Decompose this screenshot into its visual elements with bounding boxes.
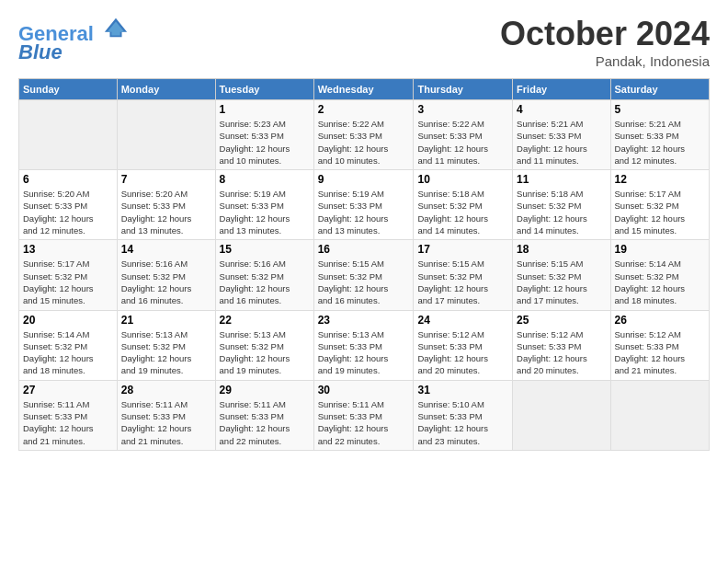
day-number: 13 — [23, 243, 113, 256]
calendar-cell — [117, 100, 215, 170]
day-info: Sunrise: 5:11 AM Sunset: 5:33 PM Dayligh… — [318, 398, 410, 447]
day-info: Sunrise: 5:16 AM Sunset: 5:32 PM Dayligh… — [121, 258, 211, 306]
day-number: 9 — [318, 173, 410, 186]
day-number: 31 — [417, 384, 508, 396]
calendar-cell: 7Sunrise: 5:20 AM Sunset: 5:33 PM Daylig… — [117, 170, 215, 240]
day-info: Sunrise: 5:21 AM Sunset: 5:33 PM Dayligh… — [615, 118, 705, 167]
calendar-cell: 25Sunrise: 5:12 AM Sunset: 5:33 PM Dayli… — [513, 310, 610, 380]
calendar-cell: 29Sunrise: 5:11 AM Sunset: 5:33 PM Dayli… — [215, 380, 313, 450]
day-info: Sunrise: 5:20 AM Sunset: 5:33 PM Dayligh… — [121, 188, 211, 236]
calendar-week-row: 6Sunrise: 5:20 AM Sunset: 5:33 PM Daylig… — [19, 170, 710, 240]
day-number: 7 — [121, 173, 211, 186]
calendar-cell: 21Sunrise: 5:13 AM Sunset: 5:32 PM Dayli… — [117, 310, 215, 380]
day-number: 28 — [121, 384, 211, 396]
calendar-cell: 13Sunrise: 5:17 AM Sunset: 5:32 PM Dayli… — [19, 240, 118, 310]
day-info: Sunrise: 5:21 AM Sunset: 5:33 PM Dayligh… — [517, 118, 606, 167]
day-number: 6 — [23, 173, 113, 186]
day-number: 14 — [121, 243, 211, 256]
day-number: 4 — [517, 103, 606, 116]
day-number: 23 — [318, 314, 410, 327]
calendar-cell: 1Sunrise: 5:23 AM Sunset: 5:33 PM Daylig… — [215, 100, 313, 170]
day-number: 3 — [417, 103, 508, 116]
day-info: Sunrise: 5:11 AM Sunset: 5:33 PM Dayligh… — [23, 398, 113, 447]
calendar-week-row: 1Sunrise: 5:23 AM Sunset: 5:33 PM Daylig… — [19, 100, 710, 170]
logo-icon — [103, 15, 129, 40]
calendar-cell — [610, 380, 709, 450]
day-info: Sunrise: 5:13 AM Sunset: 5:33 PM Dayligh… — [318, 328, 410, 377]
calendar-cell: 10Sunrise: 5:18 AM Sunset: 5:32 PM Dayli… — [414, 170, 513, 240]
weekday-header-row: SundayMondayTuesdayWednesdayThursdayFrid… — [19, 79, 710, 100]
calendar-cell: 26Sunrise: 5:12 AM Sunset: 5:33 PM Dayli… — [610, 310, 709, 380]
day-info: Sunrise: 5:12 AM Sunset: 5:33 PM Dayligh… — [615, 328, 705, 377]
day-info: Sunrise: 5:23 AM Sunset: 5:33 PM Dayligh… — [220, 118, 310, 167]
day-info: Sunrise: 5:22 AM Sunset: 5:33 PM Dayligh… — [318, 118, 410, 167]
day-number: 12 — [615, 173, 705, 186]
weekday-header-cell: Tuesday — [215, 79, 313, 100]
title-block: October 2024 Pandak, Indonesia — [500, 15, 710, 69]
location: Pandak, Indonesia — [500, 53, 710, 69]
calendar-cell: 24Sunrise: 5:12 AM Sunset: 5:33 PM Dayli… — [414, 310, 513, 380]
calendar-week-row: 13Sunrise: 5:17 AM Sunset: 5:32 PM Dayli… — [19, 240, 710, 310]
day-info: Sunrise: 5:19 AM Sunset: 5:33 PM Dayligh… — [220, 188, 310, 236]
day-number: 1 — [220, 103, 310, 116]
calendar-cell: 2Sunrise: 5:22 AM Sunset: 5:33 PM Daylig… — [313, 100, 414, 170]
weekday-header-cell: Friday — [513, 79, 610, 100]
day-number: 20 — [23, 314, 113, 327]
calendar-cell: 4Sunrise: 5:21 AM Sunset: 5:33 PM Daylig… — [513, 100, 610, 170]
calendar-cell: 31Sunrise: 5:10 AM Sunset: 5:33 PM Dayli… — [414, 380, 513, 450]
day-info: Sunrise: 5:15 AM Sunset: 5:32 PM Dayligh… — [318, 258, 410, 306]
weekday-header-cell: Saturday — [610, 79, 709, 100]
day-number: 2 — [318, 103, 410, 116]
calendar-cell: 18Sunrise: 5:15 AM Sunset: 5:32 PM Dayli… — [513, 240, 610, 310]
day-info: Sunrise: 5:19 AM Sunset: 5:33 PM Dayligh… — [318, 188, 410, 236]
calendar-cell: 30Sunrise: 5:11 AM Sunset: 5:33 PM Dayli… — [313, 380, 414, 450]
calendar-cell — [513, 380, 610, 450]
day-number: 5 — [615, 103, 705, 116]
day-info: Sunrise: 5:12 AM Sunset: 5:33 PM Dayligh… — [517, 328, 606, 377]
day-number: 17 — [417, 243, 508, 256]
calendar-page: General Blue October 2024 Pandak, Indone… — [0, 0, 728, 460]
calendar-cell: 28Sunrise: 5:11 AM Sunset: 5:33 PM Dayli… — [117, 380, 215, 450]
day-number: 27 — [23, 384, 113, 396]
day-number: 15 — [220, 243, 310, 256]
day-info: Sunrise: 5:12 AM Sunset: 5:33 PM Dayligh… — [417, 328, 508, 377]
day-number: 30 — [318, 384, 410, 396]
calendar-cell: 9Sunrise: 5:19 AM Sunset: 5:33 PM Daylig… — [313, 170, 414, 240]
calendar-cell: 11Sunrise: 5:18 AM Sunset: 5:32 PM Dayli… — [513, 170, 610, 240]
day-number: 11 — [517, 173, 606, 186]
day-info: Sunrise: 5:22 AM Sunset: 5:33 PM Dayligh… — [417, 118, 508, 167]
day-info: Sunrise: 5:17 AM Sunset: 5:32 PM Dayligh… — [615, 188, 705, 236]
day-number: 19 — [615, 243, 705, 256]
calendar-cell — [19, 100, 118, 170]
month-title: October 2024 — [500, 15, 710, 53]
day-number: 16 — [318, 243, 410, 256]
calendar-cell: 17Sunrise: 5:15 AM Sunset: 5:32 PM Dayli… — [414, 240, 513, 310]
day-number: 21 — [121, 314, 211, 327]
day-number: 22 — [220, 314, 310, 327]
calendar-cell: 20Sunrise: 5:14 AM Sunset: 5:32 PM Dayli… — [19, 310, 118, 380]
header: General Blue October 2024 Pandak, Indone… — [18, 15, 710, 69]
calendar-cell: 27Sunrise: 5:11 AM Sunset: 5:33 PM Dayli… — [19, 380, 118, 450]
day-info: Sunrise: 5:14 AM Sunset: 5:32 PM Dayligh… — [615, 258, 705, 306]
day-number: 18 — [517, 243, 606, 256]
calendar-body: 1Sunrise: 5:23 AM Sunset: 5:33 PM Daylig… — [19, 100, 710, 451]
day-info: Sunrise: 5:18 AM Sunset: 5:32 PM Dayligh… — [517, 188, 606, 236]
weekday-header-cell: Thursday — [414, 79, 513, 100]
weekday-header-cell: Monday — [117, 79, 215, 100]
calendar-cell: 15Sunrise: 5:16 AM Sunset: 5:32 PM Dayli… — [215, 240, 313, 310]
calendar-cell: 14Sunrise: 5:16 AM Sunset: 5:32 PM Dayli… — [117, 240, 215, 310]
day-number: 25 — [517, 314, 606, 327]
day-info: Sunrise: 5:18 AM Sunset: 5:32 PM Dayligh… — [417, 188, 508, 236]
day-number: 24 — [417, 314, 508, 327]
calendar-cell: 6Sunrise: 5:20 AM Sunset: 5:33 PM Daylig… — [19, 170, 118, 240]
calendar-week-row: 20Sunrise: 5:14 AM Sunset: 5:32 PM Dayli… — [19, 310, 710, 380]
calendar-cell: 12Sunrise: 5:17 AM Sunset: 5:32 PM Dayli… — [610, 170, 709, 240]
day-number: 29 — [220, 384, 310, 396]
day-number: 26 — [615, 314, 705, 327]
calendar-cell: 16Sunrise: 5:15 AM Sunset: 5:32 PM Dayli… — [313, 240, 414, 310]
day-info: Sunrise: 5:15 AM Sunset: 5:32 PM Dayligh… — [517, 258, 606, 306]
day-number: 10 — [417, 173, 508, 186]
day-info: Sunrise: 5:16 AM Sunset: 5:32 PM Dayligh… — [220, 258, 310, 306]
day-info: Sunrise: 5:10 AM Sunset: 5:33 PM Dayligh… — [417, 398, 508, 447]
calendar-table: SundayMondayTuesdayWednesdayThursdayFrid… — [18, 78, 710, 451]
